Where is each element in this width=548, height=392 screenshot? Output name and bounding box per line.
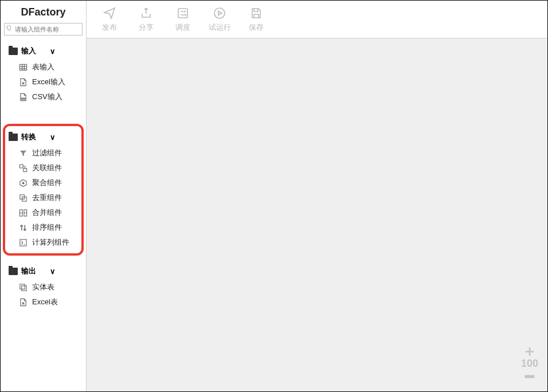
folder-icon bbox=[9, 134, 18, 141]
save-button[interactable]: 保存 bbox=[241, 6, 271, 33]
svg-rect-1 bbox=[21, 97, 25, 100]
aggregate-icon bbox=[19, 179, 28, 187]
schedule-button[interactable]: 调度 bbox=[168, 6, 198, 33]
sidebar-item-sort[interactable]: 排序组件 bbox=[1, 220, 86, 235]
zoom-out-button[interactable]: ━ bbox=[518, 371, 542, 382]
sidebar-item-relate[interactable]: 关联组件 bbox=[1, 160, 86, 175]
sidebar-item-solid-table[interactable]: 实体表 bbox=[1, 280, 86, 295]
share-label: 分享 bbox=[139, 22, 154, 33]
schedule-label: 调度 bbox=[175, 22, 190, 33]
svg-rect-2 bbox=[19, 164, 23, 168]
merge-icon bbox=[19, 209, 28, 217]
relate-icon bbox=[19, 164, 28, 173]
item-label: 聚合组件 bbox=[32, 178, 62, 188]
group-label: 转换 bbox=[21, 132, 36, 142]
sort-icon bbox=[19, 224, 28, 232]
item-label: 实体表 bbox=[32, 282, 54, 292]
sidebar-item-calc[interactable]: 计算列组件 bbox=[1, 235, 86, 250]
dedupe-icon bbox=[19, 194, 28, 202]
calc-icon bbox=[19, 238, 28, 247]
item-label: 关联组件 bbox=[32, 163, 62, 173]
sidebar-item-table-input[interactable]: 表输入 bbox=[1, 60, 86, 75]
grid-icon bbox=[19, 63, 28, 72]
svg-point-13 bbox=[214, 8, 225, 18]
chevron-down-icon: ∨ bbox=[50, 133, 56, 142]
funnel-icon bbox=[19, 149, 28, 158]
svg-rect-10 bbox=[20, 284, 25, 288]
brand-logo: DFactory bbox=[1, 1, 86, 23]
sidebar-group-output: 输出 ∨ 实体表 Excel表 bbox=[1, 264, 86, 312]
sidebar-group-head-input[interactable]: 输入 ∨ bbox=[1, 44, 86, 58]
chevron-down-icon: ∨ bbox=[50, 267, 56, 276]
svg-rect-0 bbox=[19, 64, 26, 70]
solid-table-icon bbox=[19, 283, 28, 292]
item-label: 表输入 bbox=[32, 62, 54, 72]
trial-run-label: 试运行 bbox=[209, 22, 231, 33]
sidebar-item-dedupe[interactable]: 去重组件 bbox=[1, 190, 86, 205]
svg-rect-3 bbox=[24, 168, 27, 171]
csv-icon bbox=[19, 93, 28, 101]
sidebar-item-excel-output[interactable]: Excel表 bbox=[1, 295, 86, 309]
sidebar-group-head-output[interactable]: 输出 ∨ bbox=[1, 264, 86, 279]
item-label: 过滤组件 bbox=[32, 148, 62, 158]
sidebar-group-head-transform[interactable]: 转换 ∨ bbox=[1, 130, 86, 144]
sidebar-item-csv-input[interactable]: CSV输入 bbox=[1, 89, 86, 104]
workflow-canvas[interactable]: ＋ 100 ━ bbox=[87, 38, 547, 391]
item-label: 计算列组件 bbox=[32, 237, 69, 248]
sidebar-group-transform: 转换 ∨ 过滤组件 关联组件 聚合组件 bbox=[1, 130, 86, 252]
folder-icon bbox=[9, 48, 18, 55]
item-label: 合并组件 bbox=[32, 207, 62, 218]
publish-label: 发布 bbox=[102, 22, 117, 33]
item-label: Excel表 bbox=[32, 297, 58, 307]
sidebar-item-merge[interactable]: 合并组件 bbox=[1, 205, 86, 220]
sidebar-item-excel-input[interactable]: Excel输入 bbox=[1, 75, 86, 89]
group-label: 输入 bbox=[21, 46, 36, 56]
main-area: 发布 分享 调度 试运行 保存 ＋ 100 ━ bbox=[87, 1, 547, 391]
zoom-in-button[interactable]: ＋ bbox=[518, 345, 542, 356]
sidebar-item-filter[interactable]: 过滤组件 bbox=[1, 146, 86, 160]
share-button[interactable]: 分享 bbox=[131, 6, 161, 33]
excel-icon bbox=[19, 78, 28, 87]
zoom-controls: ＋ 100 ━ bbox=[518, 345, 542, 382]
component-search-input[interactable] bbox=[4, 23, 83, 36]
publish-button[interactable]: 发布 bbox=[95, 6, 124, 33]
svg-rect-12 bbox=[178, 9, 187, 18]
item-label: CSV输入 bbox=[32, 92, 62, 102]
sidebar-group-input: 输入 ∨ 表输入 Excel输入 CSV输入 bbox=[1, 44, 86, 107]
toolbar: 发布 分享 调度 试运行 保存 bbox=[87, 1, 547, 38]
svg-rect-11 bbox=[22, 285, 26, 290]
search-wrap: Q bbox=[1, 23, 86, 39]
save-label: 保存 bbox=[249, 22, 264, 33]
item-label: 排序组件 bbox=[32, 222, 62, 233]
group-label: 输出 bbox=[21, 266, 36, 276]
chevron-down-icon: ∨ bbox=[50, 47, 56, 56]
item-label: 去重组件 bbox=[32, 193, 62, 203]
sidebar-item-aggregate[interactable]: 聚合组件 bbox=[1, 175, 86, 190]
folder-icon bbox=[9, 268, 18, 275]
excel-out-icon bbox=[19, 298, 28, 307]
trial-run-button[interactable]: 试运行 bbox=[205, 6, 234, 33]
svg-rect-9 bbox=[20, 239, 26, 245]
sidebar: DFactory Q 输入 ∨ 表输入 Excel输入 bbox=[1, 1, 87, 391]
svg-point-4 bbox=[22, 182, 24, 184]
item-label: Excel输入 bbox=[32, 77, 65, 87]
